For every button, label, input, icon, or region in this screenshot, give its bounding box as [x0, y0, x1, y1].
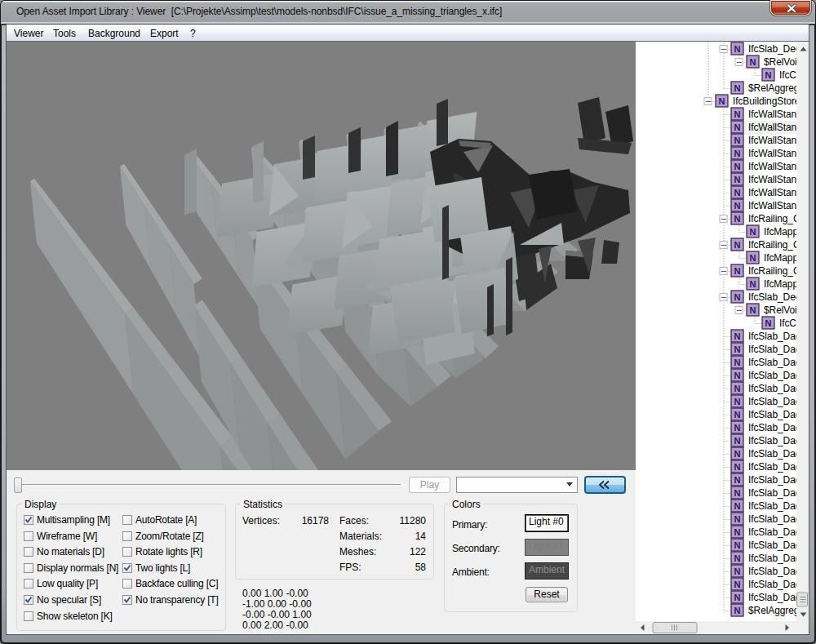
svg-text:N: N — [734, 109, 741, 119]
svg-text:N: N — [734, 162, 741, 171]
svg-text:N: N — [750, 227, 756, 237]
svg-text:N: N — [734, 593, 741, 602]
svg-text:N: N — [750, 253, 756, 263]
svg-text:N: N — [734, 188, 741, 198]
svg-text:N: N — [734, 344, 741, 354]
svg-text:N: N — [734, 553, 741, 563]
svg-text:N: N — [765, 70, 772, 80]
svg-text:N: N — [734, 488, 741, 498]
svg-text:N: N — [734, 266, 741, 276]
svg-text:N: N — [734, 149, 741, 158]
svg-text:N: N — [750, 57, 756, 67]
svg-text:N: N — [734, 83, 741, 93]
svg-text:N: N — [734, 410, 741, 420]
svg-text:N: N — [734, 358, 741, 367]
svg-text:N: N — [734, 384, 741, 393]
svg-text:N: N — [734, 201, 741, 211]
svg-text:N: N — [734, 566, 741, 576]
svg-text:N: N — [734, 501, 741, 511]
svg-text:N: N — [734, 292, 741, 302]
svg-text:N: N — [719, 96, 725, 106]
svg-text:N: N — [734, 540, 741, 550]
svg-text:N: N — [734, 514, 741, 524]
svg-text:N: N — [734, 44, 741, 54]
svg-text:N: N — [734, 371, 741, 380]
svg-text:N: N — [734, 436, 741, 446]
svg-text:N: N — [734, 122, 741, 132]
svg-text:N: N — [750, 305, 756, 315]
svg-text:N: N — [750, 279, 756, 289]
svg-text:N: N — [734, 135, 741, 145]
svg-text:N: N — [734, 606, 741, 615]
svg-text:N: N — [734, 462, 741, 472]
svg-text:N: N — [734, 331, 741, 341]
svg-text:N: N — [734, 527, 741, 537]
svg-text:N: N — [734, 423, 741, 433]
svg-text:N: N — [734, 214, 741, 224]
svg-text:N: N — [734, 580, 741, 589]
svg-text:N: N — [734, 449, 741, 459]
svg-text:N: N — [734, 240, 741, 250]
svg-text:N: N — [734, 397, 741, 406]
svg-text:N: N — [734, 175, 741, 184]
svg-text:N: N — [765, 318, 772, 328]
svg-text:IfcBuildingStorey: IfcBuildingStorey — [733, 95, 805, 107]
svg-text:N: N — [734, 475, 741, 485]
